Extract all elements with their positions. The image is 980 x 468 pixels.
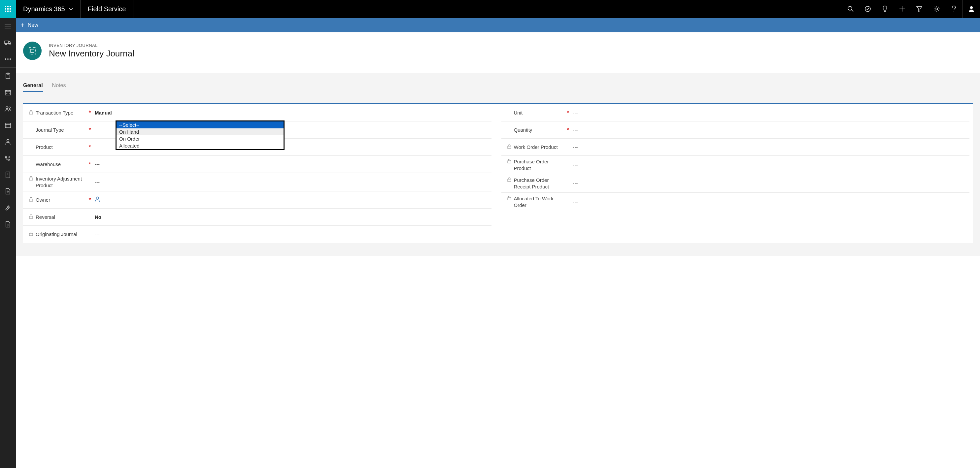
svg-point-9	[848, 6, 852, 10]
svg-rect-0	[5, 6, 6, 7]
left-nav-rail	[0, 18, 16, 468]
svg-rect-8	[10, 11, 11, 12]
form-card: Transaction Type * Manual Journal Type *…	[23, 103, 973, 243]
field-quantity[interactable]: Quantity * ---	[501, 121, 970, 138]
dropdown-option-on-hand[interactable]: On Hand	[116, 128, 283, 135]
entity-icon	[23, 41, 41, 60]
field-value: Manual	[93, 110, 488, 116]
svg-point-14	[936, 8, 938, 10]
plus-icon: +	[21, 21, 24, 29]
phone-gear-icon	[5, 156, 11, 161]
field-unit[interactable]: Unit * ---	[501, 104, 970, 121]
nav-hamburger-button[interactable]	[0, 18, 16, 34]
people-icon	[5, 106, 11, 112]
nav-person-button[interactable]	[0, 134, 16, 150]
main-content: INVENTORY JOURNAL New Inventory Journal …	[16, 32, 980, 468]
field-value: ---	[571, 127, 966, 133]
required-indicator: *	[87, 127, 93, 133]
nav-clipboard-button[interactable]	[0, 68, 16, 84]
nav-truck-button[interactable]	[0, 34, 16, 51]
field-value	[93, 196, 488, 203]
svg-rect-2	[10, 6, 11, 7]
nav-calendar-button[interactable]	[0, 84, 16, 101]
field-journal-type[interactable]: Journal Type * --Select-- On Hand On Ord…	[23, 121, 492, 138]
svg-rect-58	[508, 198, 511, 200]
entity-eyebrow: INVENTORY JOURNAL	[49, 43, 134, 48]
app-launcher-button[interactable]	[0, 0, 16, 18]
nav-people-button[interactable]	[0, 101, 16, 117]
field-inventory-adjustment-product[interactable]: Inventory Adjustment Product ---	[23, 173, 492, 191]
field-value: ---	[571, 199, 966, 205]
account-button[interactable]	[963, 0, 980, 18]
svg-rect-54	[29, 233, 33, 236]
record-header: INVENTORY JOURNAL New Inventory Journal	[16, 32, 980, 73]
lock-icon	[508, 158, 512, 165]
required-indicator: *	[87, 144, 93, 150]
field-label: Originating Journal	[36, 231, 87, 238]
field-originating-journal[interactable]: Originating Journal ---	[23, 226, 492, 243]
nav-download-button[interactable]	[0, 183, 16, 200]
field-warehouse[interactable]: Warehouse * ---	[23, 156, 492, 173]
nav-wrench-button[interactable]	[0, 200, 16, 216]
field-reversal[interactable]: Reversal No	[23, 209, 492, 226]
field-label: Product	[36, 144, 87, 151]
nav-more-button[interactable]	[0, 51, 16, 67]
field-label: Owner	[36, 197, 87, 203]
lock-icon	[508, 196, 512, 202]
top-nav-bar: Dynamics 365 Field Service	[0, 0, 980, 18]
task-flow-button[interactable]	[859, 0, 877, 18]
required-indicator: *	[565, 110, 571, 116]
svg-point-22	[9, 43, 10, 45]
svg-point-21	[5, 43, 6, 45]
svg-rect-49	[29, 112, 33, 114]
svg-rect-37	[5, 123, 11, 128]
form-tabs: General Notes	[16, 83, 980, 92]
quick-create-button[interactable]	[894, 0, 911, 18]
svg-point-41	[9, 156, 10, 158]
svg-rect-56	[508, 161, 511, 163]
dropdown-option-allocated[interactable]: Allocated	[116, 142, 283, 149]
wrench-icon	[5, 205, 11, 211]
nav-window-button[interactable]	[0, 117, 16, 134]
search-button[interactable]	[842, 0, 859, 18]
brand-switcher[interactable]: Dynamics 365	[16, 0, 81, 18]
svg-rect-55	[508, 146, 511, 148]
dropdown-option-select[interactable]: --Select--	[116, 121, 283, 128]
tab-general[interactable]: General	[23, 83, 43, 92]
ideas-button[interactable]	[877, 0, 894, 18]
field-owner[interactable]: Owner *	[23, 191, 492, 209]
field-label: Allocated To Work Order	[514, 196, 565, 208]
nav-device-button[interactable]	[0, 167, 16, 183]
journal-type-dropdown[interactable]: --Select-- On Hand On Order Allocated	[116, 121, 285, 150]
svg-point-40	[7, 140, 9, 142]
chevron-down-icon	[69, 6, 73, 11]
field-transaction-type[interactable]: Transaction Type * Manual	[23, 104, 492, 121]
field-purchase-order-product[interactable]: Purchase Order Product ---	[501, 156, 970, 174]
svg-point-16	[970, 6, 973, 9]
svg-rect-53	[29, 216, 33, 218]
field-work-order-product[interactable]: Work Order Product ---	[501, 138, 970, 156]
field-value: ---	[571, 144, 966, 150]
lock-icon	[29, 197, 33, 203]
field-allocated-to-work-order[interactable]: Allocated To Work Order ---	[501, 193, 970, 211]
help-button[interactable]	[945, 0, 963, 18]
nav-phone-button[interactable]	[0, 150, 16, 167]
svg-rect-50	[29, 178, 33, 180]
lock-icon	[29, 214, 33, 220]
svg-rect-4	[7, 8, 9, 10]
settings-button[interactable]	[928, 0, 945, 18]
svg-rect-48	[31, 49, 34, 53]
tab-notes[interactable]: Notes	[52, 83, 66, 92]
dropdown-option-on-order[interactable]: On Order	[116, 135, 283, 142]
advanced-find-button[interactable]	[911, 0, 928, 18]
svg-point-52	[96, 197, 99, 199]
owner-person-icon	[95, 198, 100, 203]
new-button[interactable]: + New	[21, 21, 38, 29]
field-purchase-order-receipt-product[interactable]: Purchase Order Receipt Product ---	[501, 174, 970, 193]
waffle-icon	[5, 6, 11, 12]
required-indicator: *	[87, 161, 93, 167]
gear-icon	[934, 6, 940, 12]
form-column-left: Transaction Type * Manual Journal Type *…	[23, 104, 492, 243]
nav-document-button[interactable]	[0, 216, 16, 233]
form-column-right: Unit * --- Quantity * --- Wo	[501, 104, 970, 243]
